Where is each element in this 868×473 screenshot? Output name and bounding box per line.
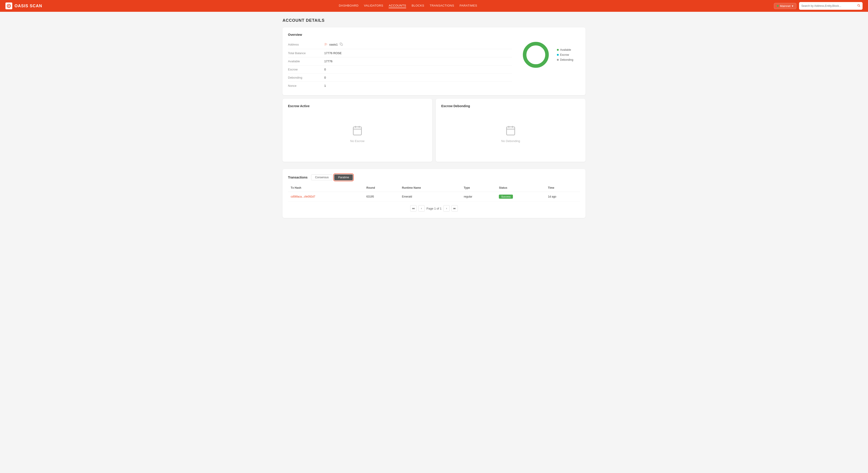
search-input[interactable] (801, 4, 857, 7)
svg-point-1 (8, 5, 9, 7)
escrow-active-card: Escrow Active No Escrow (282, 99, 432, 162)
overview-row-debonding: Debonding 0 (288, 74, 512, 82)
address-text: oasis1 (329, 43, 338, 46)
nav-validators[interactable]: VALIDATORS (364, 4, 383, 8)
overview-row-nonce: Nonce 1 (288, 82, 512, 90)
last-page-button[interactable]: ⏭ (452, 205, 458, 211)
nav-paratimes[interactable]: PARATIMES (460, 4, 477, 8)
donut-svg (521, 40, 551, 70)
legend-debonding: Debonding (557, 58, 573, 61)
status-badge: Success (499, 195, 513, 199)
col-round: Round (364, 184, 399, 192)
overview-row-escrow: Escrow 0 (288, 65, 512, 74)
debonding-label: Debonding (288, 76, 324, 79)
page-title: ACCOUNT DETAILS (282, 18, 586, 23)
legend-available: Available (557, 48, 573, 52)
col-runtime-name: Runtime Name (399, 184, 461, 192)
calendar-icon-2 (505, 125, 516, 137)
overview-title: Overview (288, 33, 580, 36)
svg-point-5 (525, 44, 547, 66)
donut-chart (521, 40, 551, 70)
legend-debonding-label: Debonding (560, 58, 573, 61)
address-value: ⚐ oasis1 (324, 42, 343, 47)
network-label: Mainnet (780, 4, 790, 8)
chart-legend: Available Escrow Debonding (557, 48, 573, 61)
no-escrow-text: No Escrow (350, 139, 365, 143)
header-right: Mainnet ▾ (774, 2, 863, 10)
legend-debonding-dot (557, 59, 559, 61)
calendar-icon (352, 125, 363, 137)
header: OASIS SCAN DASHBOARD VALIDATORS ACCOUNTS… (0, 0, 868, 12)
network-status-dot (777, 5, 779, 7)
cell-round: 63195 (364, 192, 399, 202)
nav-transactions[interactable]: TRANSACTIONS (430, 4, 454, 8)
nonce-value: 1 (324, 84, 326, 88)
overview-row-address: Address ⚐ oasis1 (288, 40, 512, 49)
col-time: Time (545, 184, 580, 192)
overview-content: Address ⚐ oasis1 Total Balance 17776 ROS… (288, 40, 580, 90)
table-row: cd56faca...cfe092d7 63195 Emerald regula… (288, 192, 580, 202)
transactions-title: Transactions (288, 175, 308, 179)
legend-escrow-dot (557, 54, 559, 56)
copy-icon[interactable] (340, 43, 343, 46)
svg-rect-4 (341, 44, 343, 45)
first-page-button[interactable]: ⏮ (410, 205, 416, 211)
debonding-value: 0 (324, 76, 326, 79)
prev-page-button[interactable]: ‹ (418, 205, 425, 211)
transactions-table: Tx Hash Round Runtime Name Type Status T… (288, 184, 580, 202)
svg-point-2 (858, 4, 859, 6)
chevron-down-icon: ▾ (792, 4, 794, 8)
logo-text: OASIS SCAN (14, 4, 42, 8)
legend-available-dot (557, 49, 559, 51)
nav-dashboard[interactable]: DASHBOARD (339, 4, 359, 8)
cell-runtime: Emerald (399, 192, 461, 202)
tx-hash-link[interactable]: cd56faca...cfe092d7 (291, 195, 315, 198)
tab-paratime[interactable]: Paratime (334, 174, 353, 180)
nav: DASHBOARD VALIDATORS ACCOUNTS BLOCKS TRA… (50, 4, 767, 8)
logo-icon (5, 2, 12, 9)
tab-bar: Transactions Consensus Paratime (288, 174, 580, 180)
escrow-row: Escrow Active No Escrow Escrow Debonding (282, 99, 586, 165)
nav-blocks[interactable]: BLOCKS (411, 4, 424, 8)
overview-card: Overview Address ⚐ oasis1 Total Balance … (282, 27, 586, 95)
escrow-active-title: Escrow Active (288, 104, 427, 108)
cell-time: 1d ago (545, 192, 580, 202)
legend-available-label: Available (560, 48, 571, 52)
escrow-label: Escrow (288, 68, 324, 71)
cell-type: regular (461, 192, 496, 202)
available-label: Available (288, 60, 324, 63)
svg-rect-10 (506, 127, 515, 135)
escrow-debonding-empty: No Debonding (441, 111, 580, 156)
available-value: 17776 (324, 60, 333, 63)
next-page-button[interactable]: › (443, 205, 450, 211)
cell-tx-hash: cd56faca...cfe092d7 (288, 192, 364, 202)
svg-line-3 (859, 6, 860, 7)
legend-escrow: Escrow (557, 53, 573, 57)
nav-accounts[interactable]: ACCOUNTS (389, 4, 406, 8)
main-content: ACCOUNT DETAILS Overview Address ⚐ oasis… (275, 12, 593, 228)
overview-row-total-balance: Total Balance 17776 ROSE (288, 49, 512, 57)
col-type: Type (461, 184, 496, 192)
nonce-label: Nonce (288, 84, 324, 88)
overview-table: Address ⚐ oasis1 Total Balance 17776 ROS… (288, 40, 512, 90)
chart-area: Available Escrow Debonding (521, 40, 580, 70)
escrow-active-empty: No Escrow (288, 111, 427, 156)
no-debonding-text: No Debonding (501, 139, 520, 143)
tab-consensus[interactable]: Consensus (311, 174, 333, 180)
table-body: cd56faca...cfe092d7 63195 Emerald regula… (288, 192, 580, 202)
svg-rect-6 (353, 127, 362, 135)
total-balance-label: Total Balance (288, 52, 324, 55)
escrow-debonding-title: Escrow Debonding (441, 104, 580, 108)
search-icon[interactable] (857, 4, 860, 8)
escrow-debonding-card: Escrow Debonding No Debonding (436, 99, 586, 162)
address-label: Address (288, 43, 324, 46)
table-header: Tx Hash Round Runtime Name Type Status T… (288, 184, 580, 192)
col-tx-hash: Tx Hash (288, 184, 364, 192)
transactions-card: Transactions Consensus Paratime Tx Hash … (282, 169, 586, 218)
pagination: ⏮ ‹ Page 1 of 1 › ⏭ (288, 202, 580, 212)
network-selector[interactable]: Mainnet ▾ (774, 3, 796, 9)
escrow-value: 0 (324, 68, 326, 71)
total-balance-value: 17776 ROSE (324, 52, 342, 55)
address-icon: ⚐ (324, 42, 328, 47)
search-bar (799, 2, 863, 10)
